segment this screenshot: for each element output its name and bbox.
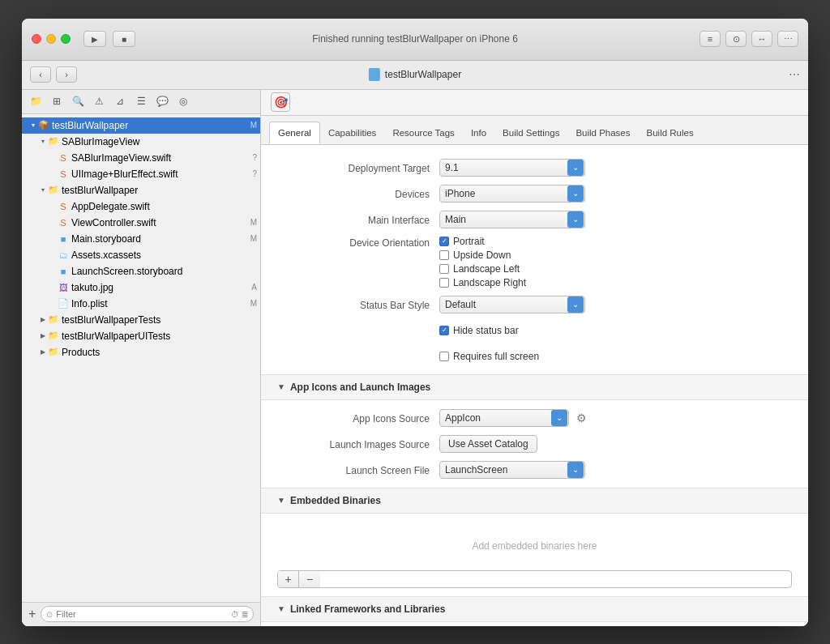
more-button[interactable]: ⋯ [777, 31, 798, 47]
tab-resource-tags[interactable]: Resource Tags [384, 122, 463, 144]
sidebar-item-tests[interactable]: ▶ 📁 testBlurWallpaperTests [22, 312, 260, 328]
app-icons-gear-button[interactable]: ⚙ [574, 411, 588, 425]
toolbar2-more[interactable]: ⋯ [789, 68, 800, 81]
deployment-target-control: 9.1 ⌄ [439, 159, 792, 177]
launch-images-source-row: Launch Images Source Use Asset Catalog [277, 434, 792, 454]
status-bar-style-dropdown[interactable]: Default ⌄ [439, 296, 585, 313]
sidebar-item-uitests[interactable]: ▶ 📁 testBlurWallpaperUITests [22, 328, 260, 344]
sidebar-folder-icon[interactable]: 📁 [27, 93, 45, 109]
launch-images-source-label: Launch Images Source [277, 437, 439, 450]
play-button[interactable]: ▶ [83, 31, 106, 47]
app-icons-source-dropdown[interactable]: AppIcon ⌄ [439, 409, 569, 427]
sidebar-item-sablur[interactable]: ▾ 📁 SABlurImageView [22, 134, 260, 150]
hide-status-bar-spacer [277, 330, 439, 331]
portrait-row: Portrait [439, 236, 526, 247]
upside-down-checkbox[interactable] [439, 250, 449, 260]
main-interface-dropdown[interactable]: Main ⌄ [439, 211, 585, 228]
launch-screen-file-dropdown[interactable]: LaunchScreen ⌄ [439, 461, 585, 479]
sidebar-item-badge: M [250, 218, 257, 227]
stop-button[interactable]: ■ [113, 31, 135, 47]
sidebar-add-button[interactable]: + [28, 608, 36, 621]
device-orientation-label: Device Orientation [277, 236, 439, 249]
nav-back-button[interactable]: ‹ [30, 66, 51, 83]
launch-screen-file-value: LaunchScreen [445, 464, 507, 476]
sidebar-search-icon[interactable]: 🔍 [69, 93, 87, 109]
nav-forward-button[interactable]: › [56, 66, 77, 83]
storyboard-icon: ■ [58, 266, 69, 277]
sidebar-item-label: Products [62, 347, 257, 358]
landscape-right-checkbox[interactable] [439, 278, 449, 288]
landscape-left-label: Landscape Left [453, 263, 520, 275]
upside-down-row: Upside Down [439, 249, 526, 261]
portrait-checkbox[interactable] [439, 237, 449, 246]
assistant-editor-button[interactable]: ⊙ [725, 31, 747, 47]
sidebar-item-badge: M [250, 121, 257, 130]
expand-arrow: ▶ [38, 331, 48, 341]
maximize-button[interactable] [61, 34, 71, 44]
hide-status-bar-control: Hide status bar [439, 325, 792, 336]
sidebar-item-testblurwallpaper-root[interactable]: ▾ 📦 testBlurWallpaper M [22, 117, 260, 134]
embedded-binaries-add-button[interactable]: + [278, 571, 299, 587]
close-button[interactable] [32, 34, 41, 44]
landscape-right-row: Landscape Right [439, 277, 526, 288]
status-bar-style-control: Default ⌄ [439, 296, 792, 313]
landscape-left-checkbox[interactable] [439, 264, 449, 274]
sidebar-item-products[interactable]: ▶ 📁 Products [22, 344, 260, 360]
sidebar-git-icon[interactable]: ⊿ [111, 93, 129, 109]
swift-icon: S [58, 201, 69, 212]
main-interface-row: Main Interface Main ⌄ [277, 210, 792, 229]
linked-expand-arrow[interactable]: ▼ [277, 604, 285, 613]
app-icons-section-title: App Icons and Launch Images [290, 382, 430, 393]
portrait-label: Portrait [453, 236, 485, 247]
target-icon[interactable]: 🎯 [271, 92, 290, 112]
sidebar-target-icon[interactable]: ◎ [174, 93, 192, 109]
sidebar-item-assets[interactable]: ▶ 🗂 Assets.xcassets [22, 247, 260, 263]
sidebar-tree: ▾ 📦 testBlurWallpaper M ▾ 📁 SABlurImageV… [22, 114, 260, 602]
filter-list-icon[interactable]: ≣ [242, 610, 248, 619]
use-asset-catalog-button[interactable]: Use Asset Catalog [439, 435, 537, 453]
filter-input[interactable] [56, 609, 228, 619]
status-bar-style-arrow: ⌄ [567, 296, 584, 313]
embedded-binaries-expand-arrow[interactable]: ▼ [277, 496, 285, 505]
tab-build-phases[interactable]: Build Phases [567, 122, 638, 144]
sidebar-item-testblurwallpaper-group[interactable]: ▾ 📁 testBlurWallpaper [22, 182, 260, 198]
editor-view-button[interactable]: ≡ [700, 31, 721, 47]
tab-build-settings[interactable]: Build Settings [494, 122, 567, 144]
sidebar-list-icon[interactable]: ☰ [132, 93, 150, 109]
titlebar: ▶ ■ Finished running testBlurWallpaper o… [22, 19, 808, 61]
sidebar-warning-icon[interactable]: ⚠ [90, 93, 108, 109]
deployment-section: Deployment Target 9.1 ⌄ Devices [261, 158, 808, 366]
requires-full-screen-control: Requires full screen [439, 351, 792, 362]
status-bar-style-row: Status Bar Style Default ⌄ [277, 295, 792, 314]
sidebar-item-viewcontroller[interactable]: ▶ S ViewController.swift M [22, 215, 260, 231]
tab-capabilities[interactable]: Capabilities [320, 122, 384, 144]
sidebar-item-sablurswift[interactable]: ▶ S SABlurImageView.swift ? [22, 150, 260, 166]
sidebar-item-launchscreen[interactable]: ▶ ■ LaunchScreen.storyboard [22, 263, 260, 279]
tab-general[interactable]: General [269, 122, 320, 144]
hide-status-bar-checkbox[interactable] [439, 326, 449, 335]
version-editor-button[interactable]: ↔ [751, 31, 772, 47]
minimize-button[interactable] [46, 34, 56, 44]
sidebar-item-label: AppDelegate.swift [71, 201, 257, 212]
filter-clock-icon[interactable]: ⏱ [231, 610, 239, 619]
sidebar-item-infoplist[interactable]: ▶ 📄 Info.plist M [22, 296, 260, 312]
sidebar-item-uiimage[interactable]: ▶ S UIImage+BlurEffect.swift ? [22, 166, 260, 182]
sidebar-item-label: UIImage+BlurEffect.swift [71, 168, 249, 180]
tab-build-rules[interactable]: Build Rules [639, 122, 702, 144]
sidebar-item-label: testBlurWallpaper [62, 185, 257, 196]
requires-full-screen-checkbox[interactable] [439, 352, 449, 361]
deployment-target-arrow: ⌄ [567, 160, 584, 176]
sidebar-item-mainstoryboard[interactable]: ▶ ■ Main.storyboard M [22, 231, 260, 247]
tab-info[interactable]: Info [463, 122, 494, 144]
sidebar-bubble-icon[interactable]: 💬 [153, 93, 171, 109]
sidebar-item-takuto[interactable]: ▶ 🖼 takuto.jpg A [22, 279, 260, 296]
main-interface-value: Main [445, 214, 466, 225]
app-icons-expand-arrow[interactable]: ▼ [277, 382, 285, 391]
embedded-binaries-remove-button[interactable]: − [299, 571, 320, 587]
sidebar-item-appdelegate[interactable]: ▶ S AppDelegate.swift [22, 198, 260, 215]
sidebar-symbol-icon[interactable]: ⊞ [48, 93, 66, 109]
app-icons-section: App Icons Source AppIcon ⌄ ⚙ Launch Imag… [261, 408, 808, 480]
devices-dropdown[interactable]: iPhone ⌄ [439, 185, 585, 203]
deployment-target-dropdown[interactable]: 9.1 ⌄ [439, 159, 585, 177]
sidebar: 📁 ⊞ 🔍 ⚠ ⊿ ☰ 💬 ◎ ▾ 📦 testBlurWallpaper M [22, 90, 261, 626]
